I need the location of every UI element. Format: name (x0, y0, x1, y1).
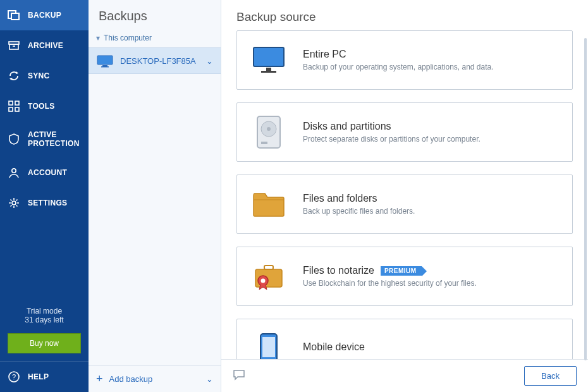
backup-item-selected[interactable]: DESKTOP-LF3F85A ⌄ (89, 47, 221, 74)
chevron-down-icon[interactable]: ⌄ (206, 56, 213, 66)
gear-icon (8, 197, 20, 209)
svg-rect-24 (261, 142, 267, 144)
svg-rect-19 (266, 68, 271, 71)
card-title: Files and folders (303, 193, 377, 204)
archive-icon (8, 39, 20, 52)
svg-rect-9 (9, 107, 13, 111)
chevron-down-icon[interactable]: ⌄ (206, 374, 213, 384)
card-desc: Back up specific files and folders. (303, 207, 558, 216)
card-files-notarize[interactable]: Files to notarize PREMIUM Use Blockchain… (236, 247, 573, 306)
page-title: Backup source (221, 0, 588, 30)
sync-icon (8, 70, 20, 82)
card-disks-partitions[interactable]: Disks and partitions Protect separate di… (236, 102, 573, 162)
account-icon (8, 166, 20, 179)
card-title: Files to notarize (303, 265, 374, 276)
nav-label: ACCOUNT (28, 168, 67, 177)
svg-rect-7 (9, 101, 13, 105)
trial-status: Trial mode 31 days left (0, 302, 89, 329)
svg-rect-17 (101, 66, 109, 68)
folder-icon (251, 187, 286, 222)
backups-panel: Backups ▾ This computer DESKTOP-LF3F85A … (89, 0, 221, 392)
backup-icon (8, 9, 20, 21)
source-cards: Entire PC Backup of your operating syste… (221, 30, 588, 359)
card-desc: Use Blockchain for the highest security … (303, 279, 558, 288)
svg-rect-26 (264, 266, 273, 269)
shield-icon (8, 133, 20, 145)
nav-account[interactable]: ACCOUNT (0, 157, 89, 188)
scrollbar[interactable] (584, 38, 587, 360)
entire-pc-icon (251, 42, 286, 78)
card-files-folders[interactable]: Files and folders Back up specific files… (236, 175, 573, 234)
nav-label: BACKUP (28, 11, 61, 20)
svg-rect-15 (97, 56, 113, 64)
help-icon: ? (8, 371, 20, 383)
group-label: This computer (104, 34, 152, 42)
trial-line1: Trial mode (6, 307, 82, 315)
svg-point-12 (12, 201, 16, 205)
svg-rect-1 (11, 13, 19, 20)
nav-label: ARCHIVE (28, 41, 63, 50)
nav-backup[interactable]: BACKUP (0, 0, 89, 30)
backup-name: DESKTOP-LF3F85A (120, 56, 206, 66)
backups-group-this-computer[interactable]: ▾ This computer (89, 28, 221, 47)
svg-rect-8 (15, 101, 19, 105)
chevron-down-icon: ▾ (96, 34, 100, 42)
add-backup-label: Add backup (109, 374, 153, 384)
tools-icon (8, 100, 20, 113)
premium-badge: PREMIUM (381, 266, 422, 276)
svg-text:?: ? (12, 373, 16, 381)
nav-label: SYNC (28, 71, 50, 80)
card-title: Disks and partitions (303, 121, 391, 132)
trial-line2: 31 days left (6, 315, 82, 324)
svg-marker-5 (16, 71, 18, 74)
sidebar: BACKUP ARCHIVE SYNC TOOLS (0, 0, 89, 392)
nav-help[interactable]: ? HELP (0, 361, 89, 392)
svg-rect-16 (102, 65, 107, 66)
backups-title: Backups (89, 0, 221, 28)
buy-now-button[interactable]: Buy now (8, 333, 81, 353)
svg-marker-6 (9, 78, 12, 80)
main-area: Backup source Entire PC Backup of your o… (221, 0, 588, 392)
nav-active-protection[interactable]: ACTIVE PROTECTION (0, 121, 89, 157)
card-mobile-device[interactable]: Mobile device (236, 319, 573, 359)
nav-settings[interactable]: SETTINGS (0, 188, 89, 218)
svg-rect-10 (15, 107, 19, 111)
nav-label: SETTINGS (28, 199, 67, 207)
briefcase-seal-icon (251, 259, 286, 294)
svg-point-28 (261, 279, 266, 283)
mobile-icon (251, 331, 286, 359)
nav-tools[interactable]: TOOLS (0, 91, 89, 121)
nav-label: ACTIVE PROTECTION (28, 130, 81, 149)
card-desc: Protect separate disks or partitions of … (303, 135, 558, 144)
nav-sync[interactable]: SYNC (0, 61, 89, 91)
back-button[interactable]: Back (524, 366, 577, 386)
nav-label: TOOLS (28, 102, 55, 111)
add-backup-button[interactable]: + Add backup ⌄ (89, 365, 221, 392)
main-footer: Back (221, 359, 588, 392)
svg-point-23 (267, 127, 271, 131)
plus-icon: + (96, 372, 103, 386)
nav-label: HELP (28, 372, 49, 381)
svg-point-11 (12, 169, 16, 173)
svg-rect-18 (254, 47, 284, 66)
card-title: Entire PC (303, 49, 346, 60)
svg-rect-20 (261, 71, 276, 73)
card-title: Mobile device (303, 341, 365, 353)
card-entire-pc[interactable]: Entire PC Backup of your operating syste… (236, 30, 573, 90)
monitor-icon (96, 54, 114, 67)
nav-archive[interactable]: ARCHIVE (0, 30, 89, 61)
card-desc: Backup of your operating system, applica… (303, 63, 558, 71)
svg-rect-3 (9, 44, 18, 49)
disk-icon (251, 114, 286, 150)
comment-icon[interactable] (233, 369, 245, 383)
svg-rect-30 (262, 337, 275, 357)
